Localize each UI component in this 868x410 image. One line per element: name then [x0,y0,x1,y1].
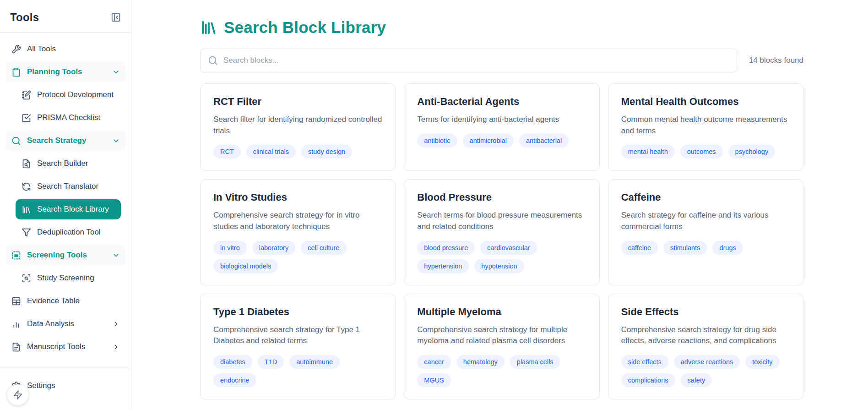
tag-list: mental healthoutcomespsychology [621,145,790,159]
block-card-anti-bacterial-agents[interactable]: Anti-Bacterial AgentsTerms for identifyi… [404,83,599,171]
block-card-mental-health-outcomes[interactable]: Mental Health OutcomesCommon mental heal… [608,83,803,171]
sidebar-item-label: Search Translator [37,182,120,191]
tag-badge: hypotension [474,259,524,273]
block-card-multiple-myeloma[interactable]: Multiple MyelomaComprehensive search str… [404,294,599,399]
tag-badge: antibacterial [519,134,569,148]
tag-badge: caffeine [621,241,658,255]
block-card-title: Type 1 Diabetes [213,306,382,318]
tag-badge: biological models [213,259,278,273]
block-card-description: Comprehensive search strategy for drug s… [621,324,790,347]
sidebar-item-evidence-table[interactable]: Evidence Table [5,291,125,311]
tag-badge: plasma cells [510,355,560,369]
page-title: Search Block Library [224,18,386,37]
file-text-icon [11,342,21,352]
block-card-type-1-diabetes[interactable]: Type 1 DiabetesComprehensive search stra… [200,294,396,399]
sidebar-item-prisma-checklist[interactable]: PRISMA Checklist [16,108,125,128]
chevron-right-icon [112,320,120,328]
tag-badge: mental health [621,145,675,159]
sidebar-item-search-translator[interactable]: Search Translator [16,176,125,197]
collapse-sidebar-icon[interactable] [110,11,122,23]
wrench-icon [11,44,21,54]
tag-badge: antibiotic [417,134,457,148]
sidebar-item-label: Protocol Development [37,90,120,99]
table-icon [11,296,21,306]
search-box [200,49,737,72]
block-card-in-vitro-studies[interactable]: In Vitro StudiesComprehensive search str… [200,179,396,285]
block-card-description: Search filter for identifying randomized… [213,114,382,137]
sidebar-item-all-tools[interactable]: All Tools [5,39,125,59]
refresh-icon [21,181,31,191]
tag-list: in vitrolaboratorycell culturebiological… [213,241,382,273]
block-card-side-effects[interactable]: Side EffectsComprehensive search strateg… [608,294,803,399]
tag-list: side effectsadverse reactionstoxicitycom… [621,355,790,387]
block-card-caffeine[interactable]: CaffeineSearch strategy for caffeine and… [608,179,803,285]
sidebar-item-label: All Tools [27,44,120,54]
sidebar-item-label: Data Analysis [27,319,106,328]
tag-badge: antimicrobial [463,134,514,148]
sidebar-item-label: Planning Tools [27,67,106,77]
tag-badge: stimulants [663,241,707,255]
tag-list: caffeinestimulantsdrugs [621,241,790,255]
sidebar-item-search-block-library[interactable]: Search Block Library [16,199,121,219]
tag-badge: outcomes [680,145,723,159]
block-card-title: In Vitro Studies [213,191,382,203]
sidebar-item-planning-tools[interactable]: Planning Tools [5,62,125,82]
lightning-bolt-icon [13,390,23,400]
sidebar-item-label: Deduplication Tool [37,228,120,237]
tag-badge: cardiovascular [480,241,537,255]
funnel-icon [21,227,31,237]
sidebar-item-label: Search Builder [37,159,120,168]
lightning-bolt-button[interactable] [7,384,28,405]
sidebar-item-search-strategy[interactable]: Search Strategy [5,131,125,151]
block-card-title: Caffeine [621,191,790,203]
tag-badge: study design [301,145,352,159]
block-card-description: Search terms for blood pressure measurem… [417,210,586,232]
results-count: 14 blocks found [749,56,803,65]
block-card-blood-pressure[interactable]: Blood PressureSearch terms for blood pre… [404,179,599,285]
scan-search-icon [21,273,31,283]
sidebar-item-screening-tools[interactable]: Screening Tools [5,245,125,265]
sidebar-item-study-screening[interactable]: Study Screening [16,268,125,288]
sidebar-item-protocol-development[interactable]: Protocol Development [16,85,125,105]
block-card-title: Anti-Bacterial Agents [417,96,586,108]
app-window: Tools All ToolsPlanning ToolsProtocol De… [0,0,868,410]
chevron-down-icon [112,137,120,145]
block-card-description: Common mental health outcome measurement… [621,114,790,137]
tag-badge: side effects [621,355,668,369]
tag-badge: drugs [712,241,743,255]
chevron-down-icon [112,68,120,76]
search-row: 14 blocks found [200,49,803,72]
notebook-pen-icon [21,90,31,100]
library-icon [21,204,31,214]
sidebar-item-label: Evidence Table [27,296,120,306]
tag-list: RCTclinical trialsstudy design [213,145,382,159]
sidebar-item-label: Study Screening [37,273,120,283]
chevron-right-icon [112,343,120,351]
tools-sidebar: Tools All ToolsPlanning ToolsProtocol De… [0,0,131,410]
tag-badge: cell culture [301,241,346,255]
block-card-title: Mental Health Outcomes [621,96,790,108]
search-input[interactable] [223,56,729,65]
tag-badge: diabetes [213,355,252,369]
block-card-rct-filter[interactable]: RCT FilterSearch filter for identifying … [200,83,396,171]
tag-list: diabetesT1Dautoimmuneendocrine [213,355,382,387]
check-square-icon [21,113,31,123]
sidebar-item-label: PRISMA Checklist [37,113,120,122]
tag-badge: laboratory [252,241,295,255]
block-card-title: Side Effects [621,306,790,318]
list-dashed-icon [11,250,21,260]
tag-list: blood pressurecardiovascularhypertension… [417,241,586,273]
chevron-down-icon [112,251,120,259]
sidebar-item-deduplication-tool[interactable]: Deduplication Tool [16,222,125,242]
blocks-grid: RCT FilterSearch filter for identifying … [200,83,803,399]
sidebar-item-label: Screening Tools [27,251,106,260]
sidebar-title: Tools [10,11,39,24]
sidebar-item-search-builder[interactable]: Search Builder [16,153,125,174]
bar-chart-icon [11,319,21,329]
tag-badge: safety [681,373,712,387]
tag-badge: complications [621,373,675,387]
tag-badge: autoimmune [289,355,340,369]
sidebar-item-data-analysis[interactable]: Data Analysis [5,314,125,334]
sidebar-item-manuscript-tools[interactable]: Manuscript Tools [5,337,125,357]
block-card-description: Search strategy for caffeine and its var… [621,210,790,232]
